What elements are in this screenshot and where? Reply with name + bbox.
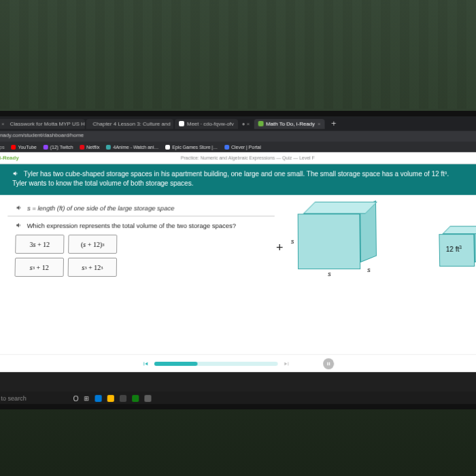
edge-icon[interactable] — [95, 395, 102, 402]
progress-bar[interactable] — [154, 361, 278, 365]
browser-tab[interactable]: Meet · cdo-fqvw-ofv — [175, 118, 238, 129]
browser-tab[interactable]: × Classwork for Motta MYP US His × — [0, 118, 85, 129]
bookmark-item[interactable]: Clever | Portal — [224, 145, 261, 150]
cube-label-s: s — [367, 267, 371, 273]
large-cube: s s s — [298, 202, 380, 276]
address-bar[interactable]: nady.com/student/dashboard/home — [0, 131, 476, 142]
bookmark-item[interactable]: Epic Games Store |… — [165, 145, 218, 150]
anime-icon — [106, 145, 111, 150]
browser-tab-strip: × Classwork for Motta MYP US His × Chapt… — [0, 116, 476, 131]
close-icon[interactable]: × — [318, 120, 321, 126]
bookmark-item[interactable]: (12) Twitch — [44, 145, 73, 150]
favicon-icon — [179, 121, 184, 126]
tab-label: Meet · cdo-fqvw-ofv — [187, 120, 234, 126]
netflix-icon — [80, 145, 84, 150]
player-footer — [0, 354, 476, 372]
bookmark-item[interactable]: YouTube — [12, 145, 37, 150]
close-icon[interactable]: × — [1, 120, 5, 126]
app-icon[interactable] — [145, 395, 152, 402]
breadcrumb: Practice: Numeric and Algebraic Expressi… — [19, 156, 476, 160]
favicon-icon — [258, 121, 263, 126]
taskview-icon[interactable]: ⊞ — [84, 395, 90, 402]
clever-icon — [224, 145, 229, 150]
youtube-icon — [12, 145, 16, 150]
iready-logo: i-Ready — [0, 155, 19, 161]
epic-icon — [165, 145, 170, 150]
cube-label-s: s — [328, 271, 331, 277]
tab-label: Chapter 4 Lesson 3: Culture and — [92, 120, 170, 126]
prev-icon[interactable] — [142, 357, 149, 369]
tab-label: Math To Do, i-Ready — [266, 120, 315, 126]
problem-banner: Tyler has two cube-shaped storage spaces… — [0, 164, 476, 194]
windows-taskbar: e to search O ⊞ — [0, 392, 476, 404]
browser-tab[interactable]: Math To Do, i-Ready × — [254, 118, 324, 129]
bookmark-item[interactable]: Netflix — [80, 145, 99, 150]
search-hint[interactable]: e to search — [0, 395, 27, 402]
explorer-icon[interactable] — [107, 395, 114, 402]
audio-icon[interactable] — [12, 170, 19, 177]
twitch-icon — [44, 145, 48, 150]
url-text: nady.com/student/dashboard/home — [0, 132, 84, 138]
apps-label: ps — [0, 145, 5, 150]
question-text: Which expression represents the total vo… — [27, 222, 236, 229]
small-cube: 12 ft3 — [439, 226, 476, 279]
problem-content: s = length (ft) of one side of the large… — [0, 195, 476, 372]
problem-text: Tyler has two cube-shaped storage spaces… — [12, 170, 449, 187]
divider — [7, 216, 275, 216]
bookmark-item[interactable]: 4Anime - Watch ani… — [106, 145, 158, 150]
next-icon[interactable] — [284, 357, 290, 369]
tab-label: Classwork for Motta MYP US His — [10, 120, 85, 126]
answer-choice[interactable]: 3s + 12 — [15, 235, 64, 254]
cortana-icon[interactable]: O — [73, 394, 79, 402]
audio-icon[interactable] — [16, 222, 22, 228]
plus-symbol: + — [276, 241, 284, 255]
new-tab-button[interactable]: + — [326, 119, 341, 129]
app-icon[interactable] — [132, 395, 139, 402]
cube-label-s: s — [291, 238, 294, 245]
app-icon[interactable] — [120, 395, 126, 402]
progress-fill — [154, 361, 198, 365]
bookmarks-bar: ps YouTube (12) Twitch Netflix 4Anime - … — [0, 141, 476, 152]
pause-button[interactable] — [323, 358, 334, 369]
answer-choice[interactable]: s3 + 12 — [14, 258, 64, 277]
answer-choice[interactable]: (s + 12)3 — [68, 235, 117, 254]
audio-icon[interactable] — [16, 205, 22, 211]
answer-choice[interactable]: s3 + 123 — [68, 258, 117, 277]
small-cube-label: 12 ft3 — [446, 245, 462, 253]
cube-diagram: + s s s 12 ft3 — [271, 199, 475, 294]
tab-overflow-icon: ● × — [239, 120, 253, 126]
browser-tab[interactable]: Chapter 4 Lesson 3: Culture and × — [86, 118, 174, 129]
iready-header: i-Ready Practice: Numeric and Algebraic … — [0, 152, 476, 165]
variable-definition: s = length (ft) of one side of the large… — [27, 205, 175, 212]
